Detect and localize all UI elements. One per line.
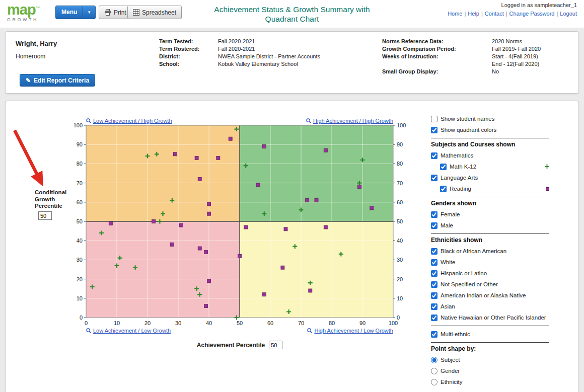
info-row: Term Rostered: Fall 2020-2021 — [159, 46, 320, 52]
female-checkbox[interactable] — [431, 211, 437, 218]
info-value: 2020 Norms. — [492, 38, 524, 44]
svg-text:50: 50 — [77, 218, 83, 224]
nav-separator: | — [481, 11, 483, 17]
zoom-icon — [307, 328, 313, 334]
svg-text:40: 40 — [77, 238, 83, 244]
svg-text:90: 90 — [77, 141, 83, 147]
group-name: Homeroom — [16, 53, 45, 60]
quadrant-chart-panel: Conditional Growth Percentile Low Achiev… — [5, 101, 579, 392]
checkbox-row-native-hawaiian-or-other-pacific-islander[interactable]: Native Hawaiian or Other Pacific Islande… — [431, 312, 549, 323]
native-hawaiian-or-other-pacific-islander-checkbox[interactable] — [431, 315, 437, 321]
white-checkbox[interactable] — [431, 259, 437, 266]
achievement-percentile-input[interactable] — [269, 341, 282, 349]
sidebar-divider — [431, 233, 549, 234]
sidebar-divider — [431, 138, 549, 138]
nav-link-contact[interactable]: Contact — [485, 11, 504, 17]
conditional-growth-percentile-input[interactable] — [38, 211, 52, 220]
checkbox-row-math-k-12[interactable]: Math K-12+ — [431, 161, 549, 172]
nav-link-change-password[interactable]: Change Password — [509, 11, 555, 17]
svg-text:80: 80 — [397, 161, 403, 167]
checkbox-row-asian[interactable]: Asian — [431, 301, 549, 312]
achievement-percentile-control: Achievement Percentile — [86, 341, 393, 349]
checkbox-row-black-or-african-american[interactable]: Black or African American — [431, 246, 549, 257]
language-arts-checkbox[interactable] — [431, 175, 437, 181]
menu-button-label[interactable]: Menu — [56, 6, 83, 19]
student-name: Wright, Harry — [16, 40, 57, 47]
menu-button[interactable]: Menu ▼ — [55, 6, 96, 19]
checkbox-row-white[interactable]: White — [431, 257, 549, 268]
option-label: Show quadrant colors — [441, 127, 496, 133]
logo-tm: ™ — [36, 6, 39, 10]
svg-text:20: 20 — [77, 276, 83, 282]
info-row: School: Kobuk Valley Elementary School — [159, 61, 320, 67]
checkbox-row-american-indian-or-alaska-native[interactable]: American Indian or Alaska Native — [431, 290, 549, 301]
checkbox-row-show-quadrant-colors[interactable]: Show quadrant colors — [431, 124, 549, 135]
option-label: Reading — [450, 186, 471, 192]
checkbox-row-hispanic-or-latino[interactable]: Hispanic or Latino — [431, 268, 549, 279]
show-student-names-checkbox[interactable] — [431, 116, 437, 122]
mathematics-checkbox[interactable] — [431, 152, 437, 159]
spreadsheet-button[interactable]: Spreadsheet — [127, 6, 182, 19]
info-label: Norms Reference Data: — [382, 38, 492, 44]
option-label: Asian — [441, 303, 455, 309]
checkbox-row-male[interactable]: Male — [431, 220, 549, 231]
reading-checkbox[interactable] — [440, 186, 447, 192]
info-label: School: — [159, 61, 218, 67]
option-label: Subject — [441, 357, 460, 363]
gender-radio[interactable] — [431, 368, 437, 374]
quadrant-link-low-achievement-low-growth[interactable]: Low Achievement / Low Growth — [86, 328, 171, 334]
checkbox-row-mathematics[interactable]: Mathematics — [431, 150, 549, 161]
nav-link-home[interactable]: Home — [448, 11, 462, 17]
american-indian-or-alaska-native-checkbox[interactable] — [431, 292, 437, 299]
svg-text:30: 30 — [175, 320, 181, 326]
radio-row-subject[interactable]: Subject — [431, 354, 549, 365]
info-label: District: — [159, 53, 218, 59]
checkbox-row-not-specified-or-other[interactable]: Not Specified or Other — [431, 279, 549, 290]
checkbox-row-female[interactable]: Female — [431, 209, 549, 220]
multi-ethnic-checkbox[interactable] — [431, 331, 437, 338]
sidebar-heading-subjects-and-courses-shown: Subjects and Courses shown — [431, 141, 549, 148]
checkbox-row-multi-ethnic[interactable]: Multi-ethnic — [431, 329, 549, 340]
not-specified-or-other-checkbox[interactable] — [431, 281, 437, 288]
edit-report-criteria-button[interactable]: ✎ Edit Report Criteria — [20, 74, 95, 87]
male-checkbox[interactable] — [431, 222, 437, 229]
option-label: Female — [441, 211, 460, 217]
asian-checkbox[interactable] — [431, 303, 437, 310]
info-value: Start - 4(Fall 2019) — [492, 53, 538, 59]
subject-radio[interactable] — [431, 357, 437, 363]
checkbox-row-reading[interactable]: Reading — [431, 183, 549, 194]
svg-text:100: 100 — [74, 122, 83, 128]
svg-text:10: 10 — [77, 295, 83, 301]
norms-info-fields: Norms Reference Data: 2020 Norms. Growth… — [382, 38, 541, 76]
radio-row-gender[interactable]: Gender — [431, 365, 549, 376]
math-k-12-checkbox[interactable] — [440, 164, 447, 170]
black-or-african-american-checkbox[interactable] — [431, 248, 437, 255]
info-value: End - 12(Fall 2020) — [492, 61, 539, 67]
hispanic-or-latino-checkbox[interactable] — [431, 270, 437, 277]
print-button[interactable]: Print — [99, 6, 132, 19]
nav-link-logout[interactable]: Logout — [560, 11, 577, 17]
menu-dropdown-caret-icon[interactable]: ▼ — [83, 6, 95, 19]
checkbox-row-language-arts[interactable]: Language Arts — [431, 172, 549, 183]
svg-text:60: 60 — [77, 199, 83, 205]
nav-separator: | — [556, 11, 558, 17]
svg-text:40: 40 — [206, 320, 212, 326]
radio-row-ethnicity[interactable]: Ethnicity — [431, 376, 549, 387]
info-row: Growth Comparison Period: Fall 2019- Fal… — [382, 46, 541, 52]
svg-text:70: 70 — [77, 180, 83, 186]
option-label: Math K-12 — [450, 164, 476, 170]
info-value: Fall 2020-2021 — [218, 46, 255, 52]
checkbox-row-show-student-names[interactable]: Show student names — [431, 113, 549, 124]
ethnicity-radio[interactable] — [431, 379, 437, 385]
nav-link-help[interactable]: Help — [468, 11, 479, 17]
show-quadrant-colors-checkbox[interactable] — [431, 127, 437, 133]
logo-growth-text: GROWTH — [7, 18, 39, 22]
svg-text:60: 60 — [267, 320, 273, 326]
svg-text:0: 0 — [85, 320, 88, 326]
chart-options-sidebar: Show student namesShow quadrant colorsSu… — [431, 113, 549, 387]
option-label: Gender — [441, 368, 460, 374]
nav-separator: | — [506, 11, 507, 17]
nav-links: Home|Help|Contact|Change Password|Logout — [448, 11, 577, 17]
edit-report-criteria-label: Edit Report Criteria — [34, 77, 89, 84]
quadrant-link-high-achievement-low-growth[interactable]: High Achievement / Low Growth — [307, 328, 393, 334]
